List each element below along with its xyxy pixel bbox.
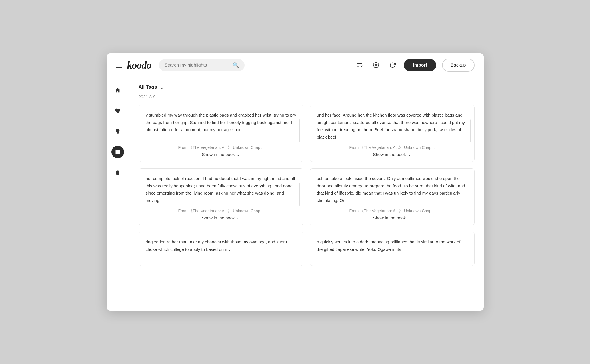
import-button[interactable]: Import <box>404 59 436 71</box>
sidebar-item-ideas[interactable] <box>111 125 124 138</box>
show-in-book-button-4[interactable]: Show in the book ⌄ <box>373 215 411 220</box>
card-source: From 《The Vegetarian: A...》 Unknown Chap… <box>146 209 296 214</box>
chevron-down-icon: ⌄ <box>237 152 240 157</box>
highlight-card-1: y stumbled my way through the plastic ba… <box>139 105 303 162</box>
highlight-card-5: ringleader, rather than take my chances … <box>139 232 303 266</box>
highlight-card-2: und her face. Around her, the kitchen fl… <box>310 105 475 162</box>
card-footer: From 《The Vegetarian: A...》 Unknown Chap… <box>317 209 467 221</box>
chevron-down-icon: ⌄ <box>408 216 411 220</box>
header-actions: Import Backup <box>354 59 474 72</box>
search-icon: 🔍 <box>233 62 239 68</box>
card-source: From 《The Vegetarian: A...》 Unknown Chap… <box>317 145 467 150</box>
search-bar: 🔍 <box>159 59 245 71</box>
logo: koodo <box>127 59 151 71</box>
show-in-book-button-3[interactable]: Show in the book ⌄ <box>202 215 240 220</box>
backup-button[interactable]: Backup <box>442 59 474 72</box>
card-footer: From 《The Vegetarian: A...》 Unknown Chap… <box>317 145 467 157</box>
sidebar-item-home[interactable] <box>111 84 124 97</box>
highlight-text: n quickly settles into a dark, menacing … <box>317 238 467 253</box>
scroll-indicator <box>299 119 300 142</box>
sidebar-item-favorites[interactable] <box>111 105 124 117</box>
sidebar-item-trash[interactable] <box>111 166 124 179</box>
highlight-card-3: her complete lack of reaction. I had no … <box>139 168 303 225</box>
chevron-down-icon: ⌄ <box>408 152 411 157</box>
menu-icon[interactable] <box>116 63 122 68</box>
date-label: 2021-8-9 <box>139 94 475 99</box>
tags-dropdown-icon[interactable]: ⌄ <box>160 84 164 90</box>
refresh-icon[interactable] <box>387 60 398 71</box>
main-layout: All Tags ⌄ 2021-8-9 y stumbled my way th… <box>107 77 484 311</box>
scroll-indicator <box>299 183 300 206</box>
card-footer: From 《The Vegetarian: A...》 Unknown Chap… <box>146 145 296 157</box>
highlight-text: ringleader, rather than take my chances … <box>146 238 296 253</box>
card-source: From 《The Vegetarian: A...》 Unknown Chap… <box>317 209 467 214</box>
show-in-book-button-2[interactable]: Show in the book ⌄ <box>373 152 411 157</box>
scroll-indicator <box>470 119 471 142</box>
card-source: From 《The Vegetarian: A...》 Unknown Chap… <box>146 145 296 150</box>
header: koodo 🔍 <box>107 53 484 77</box>
tags-label: All Tags <box>139 84 157 90</box>
show-in-book-button-1[interactable]: Show in the book ⌄ <box>202 152 240 157</box>
cards-grid: y stumbled my way through the plastic ba… <box>139 105 475 266</box>
sidebar-item-highlights[interactable] <box>111 146 124 158</box>
tags-row: All Tags ⌄ <box>139 84 475 90</box>
highlight-text: y stumbled my way through the plastic ba… <box>146 111 296 141</box>
svg-point-3 <box>375 64 377 66</box>
highlight-card-4: uch as take a look inside the covers. On… <box>310 168 475 225</box>
highlight-text: und her face. Around her, the kitchen fl… <box>317 111 467 141</box>
content: All Tags ⌄ 2021-8-9 y stumbled my way th… <box>129 77 484 311</box>
highlight-text: uch as take a look inside the covers. On… <box>317 175 467 205</box>
highlight-text: her complete lack of reaction. I had no … <box>146 175 296 205</box>
chevron-down-icon: ⌄ <box>237 216 240 220</box>
sort-icon[interactable] <box>354 60 365 71</box>
app-window: koodo 🔍 <box>107 53 484 311</box>
card-footer: From 《The Vegetarian: A...》 Unknown Chap… <box>146 209 296 221</box>
highlight-card-6: n quickly settles into a dark, menacing … <box>310 232 475 266</box>
settings-icon[interactable] <box>371 60 381 71</box>
sidebar <box>107 77 129 311</box>
search-input[interactable] <box>165 63 230 68</box>
